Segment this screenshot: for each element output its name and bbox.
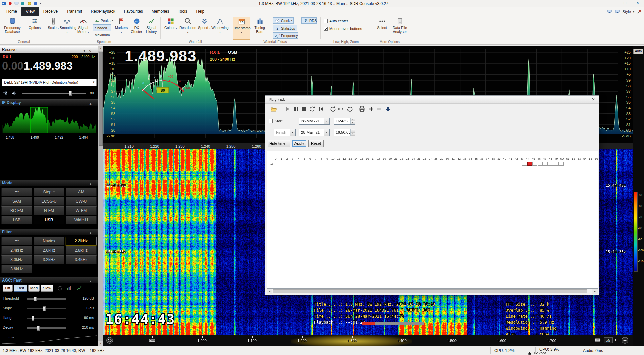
rds-button[interactable]: RDS [301, 17, 317, 24]
playback-dialog-titlebar[interactable]: Playback [265, 96, 599, 104]
panel-collapse-icon[interactable]: ▾ [83, 47, 85, 54]
pause-icon[interactable] [293, 106, 300, 112]
mode-button-n-fm[interactable]: N-FM [34, 206, 64, 215]
auto-center-checkbox[interactable]: Auto center [324, 19, 348, 23]
tab-view[interactable]: View [21, 7, 39, 16]
clock-button[interactable]: Clock▾ [273, 17, 294, 24]
peaks-button[interactable]: Peaks▾ [93, 17, 114, 24]
auto-center-checkbox-box[interactable] [324, 19, 328, 23]
panel-close-icon[interactable]: ✕ [88, 47, 91, 54]
start-time-down-icon[interactable]: ▼ [351, 121, 355, 125]
signal-meter-button[interactable]: Signal Meter ▾ [74, 17, 92, 40]
agc-button-off[interactable]: Off [3, 285, 13, 292]
volume-slider[interactable] [22, 93, 86, 94]
dx-cluster-button[interactable]: DX DX Cluster [129, 17, 144, 40]
smoothing-button[interactable]: Smoothing ▾ [60, 17, 74, 40]
filter-button-2.2khz[interactable]: 2.2kHz [66, 237, 97, 245]
agc-decay-slider[interactable] [27, 327, 66, 329]
timestamp-button[interactable]: 15 Timestamp ▾ [233, 17, 250, 40]
tab-home[interactable]: Home [2, 7, 21, 16]
options-button[interactable]: Options [25, 17, 44, 40]
apply-button[interactable]: Apply [292, 140, 306, 147]
app-logo-icon[interactable] [1, 1, 6, 6]
tuning-bars-button[interactable]: Tuning Bars [252, 17, 268, 40]
playback-dialog[interactable]: Playback ✕ 10s Start 28-Mar -21▼ 16:43:2… [265, 95, 599, 295]
statistics-button[interactable]: Σ Statistics [273, 25, 297, 31]
scroll-right-icon[interactable]: ▸ [615, 337, 617, 342]
skip-to-start-icon[interactable] [318, 106, 324, 112]
loop-icon[interactable] [309, 106, 316, 112]
download-icon[interactable] [385, 106, 391, 112]
timeline-cell[interactable] [558, 162, 564, 166]
display-1-icon[interactable] [607, 9, 612, 14]
data-file-analyser-button[interactable]: Data File Analyser [390, 17, 409, 40]
finish-time-spinner[interactable]: 16:50:03 ▲▼ [334, 129, 355, 136]
tab-memories[interactable]: Memories [147, 7, 174, 16]
mode-panel-header[interactable]: Mode▴ [0, 180, 99, 186]
mode-button-bc-fm[interactable]: BC-FM [1, 206, 32, 215]
mode-button-wide-u[interactable]: Wide-U [66, 216, 97, 224]
agc-panel-header[interactable]: AGC: Fast▴ [0, 277, 99, 283]
shaded-button[interactable]: Shaded [93, 24, 111, 31]
frequency-button[interactable]: Frequency [273, 32, 298, 39]
memory-icon[interactable] [33, 1, 38, 6]
volume-slider-thumb[interactable] [69, 91, 72, 96]
filter-button-2.4khz[interactable]: 2.4kHz [1, 246, 32, 255]
finish-time-up-icon[interactable]: ▲ [351, 129, 355, 133]
start-checkbox[interactable] [269, 119, 273, 123]
mode-button-[interactable]: ••• [1, 188, 32, 196]
favourite-icon[interactable] [27, 1, 32, 6]
timeline-cell[interactable] [548, 162, 553, 166]
agc-hang-slider[interactable] [27, 318, 66, 319]
agc-chart-icon[interactable] [66, 285, 72, 291]
zoom-out-timeline-icon[interactable] [376, 106, 383, 112]
mixer-icon[interactable] [3, 91, 8, 96]
keyboard-entry-button[interactable] [594, 337, 602, 343]
audio-device-select[interactable]: DELL S2419H (NVIDIA High Definition Audi… [2, 79, 97, 86]
mode-button-lsb[interactable]: LSB [1, 216, 32, 224]
zoom-factor-button[interactable]: x5 [604, 337, 613, 343]
mode-button-ecss-u[interactable]: ECSS-U [34, 197, 64, 206]
sidebar-scrollbar[interactable]: ▲ ▼ [98, 46, 103, 346]
filter-button-navtex[interactable]: Navtex [34, 237, 64, 245]
filter-button-[interactable]: ••• [1, 237, 32, 245]
filter-panel-header[interactable]: Filter▴ [0, 229, 99, 235]
mouse-over-buttons-checkbox[interactable]: Mouse-over buttons [324, 27, 362, 31]
finish-date-dropdown-icon[interactable]: ▼ [324, 129, 329, 136]
audio-device-dropdown-icon[interactable]: ▼ [92, 79, 95, 86]
tab-favourites[interactable]: Favourites [120, 7, 147, 16]
maximize-button[interactable]: □ [619, 0, 631, 7]
select-button[interactable]: Select [374, 17, 390, 40]
print-icon[interactable] [359, 106, 365, 112]
agc-button-slow[interactable]: Slow [41, 285, 53, 292]
tab-transmit[interactable]: Transmit [62, 7, 86, 16]
filter-button-3.6khz[interactable]: 3.6kHz [1, 265, 32, 273]
auto-range-button[interactable]: Auto [633, 49, 643, 54]
timeline-cell-active[interactable] [527, 162, 532, 166]
display-icon[interactable] [14, 1, 19, 6]
reset-button[interactable]: Reset [308, 140, 324, 147]
start-time-spinner[interactable]: 16:43:21 ▲▼ [334, 118, 355, 125]
band-navigation-bar[interactable]: x5 ▸ 9001.0001.1001.2001.3001.4001.5001.… [103, 335, 633, 346]
agc-decay-thumb[interactable] [37, 326, 40, 331]
mode-button-step[interactable]: Step ≡ [34, 188, 64, 196]
colour-button[interactable]: Colour ▾ [163, 17, 178, 40]
open-file-icon[interactable] [270, 106, 277, 112]
scale-button[interactable]: Scale ▾ [47, 17, 60, 40]
finish-date-combo[interactable]: 28-Mar -21▼ [299, 129, 330, 136]
start-time-up-icon[interactable]: ▲ [351, 118, 355, 121]
scroll-right-arrow-icon[interactable]: ► [592, 289, 598, 294]
mode-button-w-fm[interactable]: W-FM [66, 206, 97, 215]
band-reset-button[interactable] [106, 337, 113, 344]
waterfall-colour-legend[interactable] [634, 192, 638, 272]
zoom-in-timeline-icon[interactable] [368, 106, 375, 112]
signal-history-button[interactable]: Signal History [144, 17, 159, 40]
speed-button[interactable]: Speed ▾ [198, 17, 211, 40]
style-dropdown-icon[interactable]: ▾ [633, 10, 634, 13]
zoom-in-button[interactable] [621, 337, 629, 344]
scrollbar-down-icon[interactable]: ▼ [98, 341, 103, 346]
agc-slope-slider[interactable] [27, 308, 66, 309]
if-display-header[interactable]: IF Display▴ [0, 99, 99, 106]
agc-slope-thumb[interactable] [43, 306, 46, 311]
timeline-cell[interactable] [543, 162, 548, 166]
